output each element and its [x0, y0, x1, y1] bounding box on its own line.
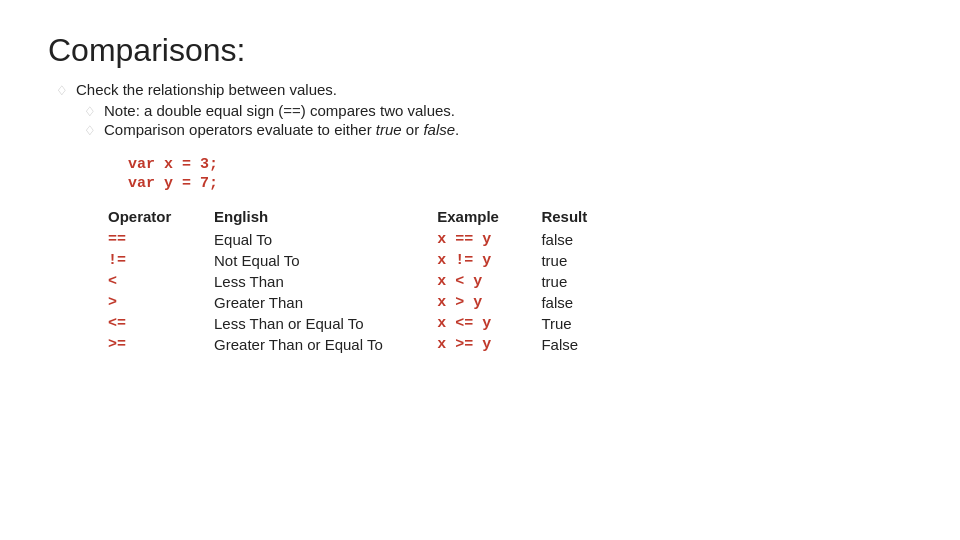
- cell-result: true: [541, 271, 628, 292]
- diamond-icon-2b: ♢: [84, 123, 96, 138]
- cell-operator: !=: [108, 250, 214, 271]
- cell-example: x <= y: [437, 313, 541, 334]
- cell-result: True: [541, 313, 628, 334]
- table-header-row: Operator English Example Result: [108, 206, 628, 229]
- bullet-2b-false: false: [423, 121, 455, 138]
- table-row: >Greater Thanx > yfalse: [108, 292, 628, 313]
- col-header-english: English: [214, 206, 437, 229]
- table-row: >=Greater Than or Equal Tox >= yFalse: [108, 334, 628, 355]
- bullet-2b-suffix: .: [455, 121, 459, 138]
- cell-example: x != y: [437, 250, 541, 271]
- code-block: var x = 3; var y = 7;: [128, 156, 912, 192]
- bullet-2a: ♢ Note: a double equal sign (==) compare…: [84, 102, 912, 119]
- diamond-icon-1: ♢: [56, 83, 68, 98]
- col-header-operator: Operator: [108, 206, 214, 229]
- bullet-1-text: Check the relationship between values.: [76, 81, 337, 98]
- cell-english: Greater Than or Equal To: [214, 334, 437, 355]
- cell-result: true: [541, 250, 628, 271]
- cell-english: Less Than or Equal To: [214, 313, 437, 334]
- page-title: Comparisons:: [48, 32, 912, 69]
- table-row: ==Equal Tox == yfalse: [108, 229, 628, 250]
- page-container: Comparisons: ♢ Check the relationship be…: [0, 0, 960, 387]
- bullet-2b-true: true: [376, 121, 402, 138]
- cell-operator: <=: [108, 313, 214, 334]
- cell-example: x > y: [437, 292, 541, 313]
- cell-english: Equal To: [214, 229, 437, 250]
- comparison-table-section: Operator English Example Result ==Equal …: [108, 206, 912, 355]
- cell-example: x < y: [437, 271, 541, 292]
- bullet-2a-text: Note: a double equal sign (==) compares …: [104, 102, 455, 119]
- bullet-2b-text: Comparison operators evaluate to either …: [104, 121, 459, 138]
- cell-english: Not Equal To: [214, 250, 437, 271]
- bullet-2b-prefix: Comparison operators evaluate to either: [104, 121, 376, 138]
- cell-operator: ==: [108, 229, 214, 250]
- comparison-table: Operator English Example Result ==Equal …: [108, 206, 628, 355]
- bullet-1: ♢ Check the relationship between values.: [56, 81, 912, 98]
- col-header-example: Example: [437, 206, 541, 229]
- table-row: <Less Thanx < ytrue: [108, 271, 628, 292]
- bullet-2b: ♢ Comparison operators evaluate to eithe…: [84, 121, 912, 138]
- cell-example: x >= y: [437, 334, 541, 355]
- cell-result: false: [541, 229, 628, 250]
- cell-operator: >: [108, 292, 214, 313]
- cell-operator: <: [108, 271, 214, 292]
- table-row: !=Not Equal Tox != ytrue: [108, 250, 628, 271]
- code-line-1: var x = 3;: [128, 156, 912, 173]
- cell-result: False: [541, 334, 628, 355]
- cell-english: Less Than: [214, 271, 437, 292]
- diamond-icon-2a: ♢: [84, 104, 96, 119]
- col-header-result: Result: [541, 206, 628, 229]
- table-row: <=Less Than or Equal Tox <= yTrue: [108, 313, 628, 334]
- cell-result: false: [541, 292, 628, 313]
- cell-example: x == y: [437, 229, 541, 250]
- code-line-2: var y = 7;: [128, 175, 912, 192]
- cell-operator: >=: [108, 334, 214, 355]
- bullet-2b-middle: or: [402, 121, 424, 138]
- cell-english: Greater Than: [214, 292, 437, 313]
